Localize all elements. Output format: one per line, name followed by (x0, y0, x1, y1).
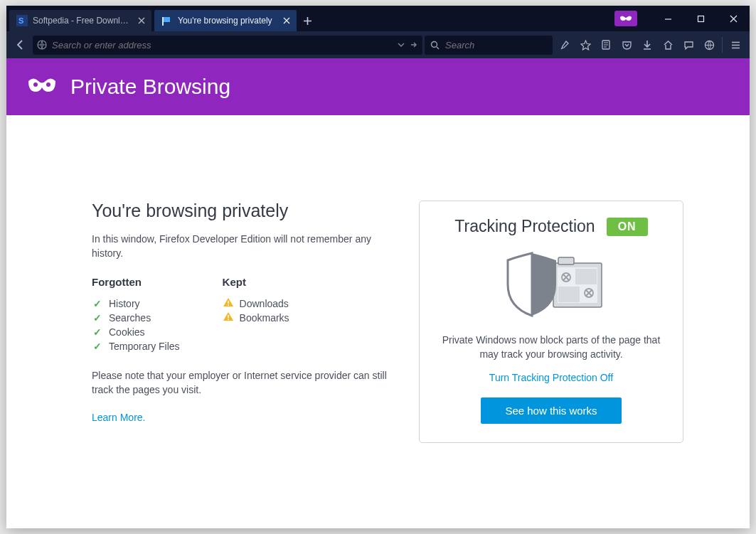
devtools-icon[interactable] (555, 35, 575, 55)
kept-label: Kept (223, 276, 289, 288)
forgotten-list: ✓History ✓Searches ✓Cookies ✓Temporary F… (92, 297, 180, 353)
warning-icon (223, 312, 234, 324)
check-icon: ✓ (92, 326, 103, 338)
list-item-label: Temporary Files (109, 341, 180, 352)
list-item: ✓History (92, 297, 180, 311)
svg-rect-11 (228, 301, 229, 304)
svg-rect-13 (228, 315, 229, 318)
info-column: You're browsing privately In this window… (92, 201, 390, 443)
svg-point-6 (432, 41, 437, 47)
svg-rect-12 (228, 304, 229, 306)
url-input[interactable] (52, 40, 393, 50)
toolbar-icons (555, 35, 745, 55)
tracking-graphic (435, 249, 667, 320)
pocket-icon[interactable] (617, 35, 637, 55)
tab-private[interactable]: You're browsing privately (154, 10, 297, 31)
bookmark-star-icon[interactable] (575, 35, 595, 55)
list-item-label: Searches (109, 312, 151, 324)
list-item-label: Downloads (240, 298, 289, 309)
tracking-toggle-link[interactable]: Turn Tracking Protection Off (435, 372, 667, 383)
private-header: Private Browsing (6, 58, 750, 115)
list-item: ✓Temporary Files (92, 339, 180, 353)
maximize-button[interactable] (684, 6, 717, 31)
list-item: Downloads (223, 297, 289, 311)
learn-more-link[interactable]: Learn More. (92, 412, 145, 423)
page-body: You're browsing privately In this window… (6, 115, 750, 471)
content-area: Private Browsing You're browsing private… (6, 58, 750, 528)
tab-softpedia[interactable]: S Softpedia - Free Downloa... (9, 10, 151, 31)
back-button[interactable] (11, 35, 31, 55)
svg-rect-14 (228, 319, 229, 320)
tracking-header: Tracking Protection ON (435, 217, 667, 236)
svg-point-10 (46, 82, 50, 87)
warning-icon (223, 298, 234, 309)
lists-container: Forgotten ✓History ✓Searches ✓Cookies ✓T… (92, 276, 390, 353)
new-tab-button[interactable] (297, 10, 318, 31)
main-heading: You're browsing privately (92, 201, 390, 221)
urlbar-right-controls (398, 41, 418, 49)
tab-label: Softpedia - Free Downloa... (33, 16, 131, 26)
svg-rect-4 (698, 16, 703, 21)
list-item-label: Bookmarks (240, 312, 289, 324)
address-bar[interactable] (33, 36, 422, 55)
svg-point-9 (33, 82, 38, 87)
downloads-icon[interactable] (637, 35, 657, 55)
kept-column: Kept Downloads Bookmarks (223, 276, 289, 353)
tab-label: You're browsing privately (178, 16, 276, 26)
search-bar[interactable] (425, 36, 553, 55)
list-item-label: Cookies (109, 326, 145, 338)
nav-toolbar (6, 31, 750, 58)
titlebar: S Softpedia - Free Downloa... You're bro… (6, 6, 750, 31)
see-how-button[interactable]: See how this works (481, 397, 621, 424)
list-item: ✓Searches (92, 311, 180, 325)
titlebar-right (614, 6, 750, 31)
tracking-heading: Tracking Protection (454, 217, 595, 236)
svg-rect-21 (558, 287, 580, 302)
search-icon (430, 41, 440, 50)
kept-list: Downloads Bookmarks (223, 297, 289, 325)
check-icon: ✓ (92, 312, 103, 324)
list-item-label: History (109, 298, 140, 309)
tab-close-button[interactable] (281, 15, 292, 26)
main-subtext: In this window, Firefox Developer Editio… (92, 233, 390, 260)
tab-close-button[interactable] (136, 15, 147, 26)
history-dropdown-icon[interactable] (398, 41, 405, 48)
list-item: ✓Cookies (92, 325, 180, 339)
svg-rect-3 (162, 17, 164, 26)
check-icon: ✓ (92, 341, 103, 352)
forgotten-label: Forgotten (92, 276, 180, 288)
svg-rect-16 (558, 257, 574, 265)
mask-icon (26, 77, 58, 97)
tracking-protection-card: Tracking Protection ON (419, 201, 683, 443)
toolbar-separator (722, 37, 723, 53)
browser-window: S Softpedia - Free Downloa... You're bro… (6, 6, 750, 528)
close-window-button[interactable] (717, 6, 750, 31)
minimize-button[interactable] (651, 6, 684, 31)
go-button[interactable] (410, 41, 418, 49)
check-icon: ✓ (92, 298, 103, 309)
tracking-description: Private Windows now block parts of the p… (435, 333, 667, 362)
forgotten-column: Forgotten ✓History ✓Searches ✓Cookies ✓T… (92, 276, 180, 353)
tab-strip: S Softpedia - Free Downloa... You're bro… (6, 6, 318, 31)
search-input[interactable] (445, 40, 565, 50)
webide-icon[interactable] (699, 35, 719, 55)
private-mode-indicator (614, 11, 637, 26)
menu-icon[interactable] (725, 35, 745, 55)
tracking-status-badge[interactable]: ON (607, 218, 648, 236)
page-title: Private Browsing (70, 75, 230, 99)
identity-icon[interactable] (37, 40, 47, 50)
svg-rect-20 (575, 269, 597, 284)
favicon-softpedia: S (16, 15, 28, 26)
home-icon[interactable] (658, 35, 678, 55)
svg-text:S: S (18, 16, 23, 25)
list-item: Bookmarks (223, 311, 289, 325)
private-flag-icon (161, 15, 173, 26)
employer-note: Please note that your employer or Intern… (92, 369, 390, 397)
reading-list-icon[interactable] (596, 35, 616, 55)
chat-icon[interactable] (678, 35, 698, 55)
